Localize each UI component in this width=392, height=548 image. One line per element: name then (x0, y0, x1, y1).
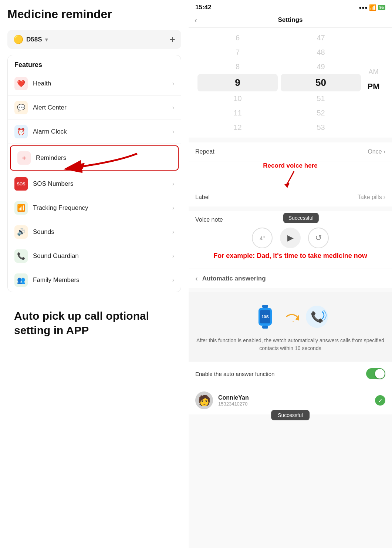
tracking-chevron-icon: › (172, 205, 174, 211)
label-row[interactable]: Label Take pills › (189, 188, 392, 206)
nav-bar: ‹ Settings (189, 13, 392, 28)
add-button[interactable]: + (170, 34, 175, 45)
nav-title: Settings (278, 16, 303, 24)
sidebar-item-tracking[interactable]: 📶 Tracking Frequency › (8, 196, 181, 220)
back-button[interactable]: ‹ (195, 16, 197, 24)
min-53[interactable]: 53 (279, 120, 362, 135)
sidebar-item-family[interactable]: 👥 Family Members › (8, 268, 181, 292)
status-time: 15:42 (195, 4, 211, 11)
device-bar: 🟡 D58S ▾ + (7, 30, 181, 49)
ampm-column[interactable]: AM PM (362, 31, 385, 134)
auto-answer-illustration: 10S → 📞 A (189, 292, 392, 361)
alarm-label: Alarm Clock (33, 128, 67, 135)
svg-text:📞: 📞 (311, 311, 324, 323)
example-annotation: For example: Dad, it's time to take medi… (195, 248, 385, 262)
toggle-knob (375, 369, 385, 379)
watch-icon: 10S (252, 303, 278, 330)
min-48[interactable]: 48 (279, 45, 362, 60)
guardian-icon: 📞 (14, 249, 28, 263)
record-voice-annotation: Record voice here (263, 162, 317, 169)
sidebar-item-guardian[interactable]: 📞 Sound Guardian › (8, 244, 181, 268)
hour-12[interactable]: 12 (196, 120, 279, 135)
hour-8[interactable]: 8 (196, 60, 279, 74)
min-49[interactable]: 49 (279, 60, 362, 74)
repeat-row[interactable]: Repeat Once › (189, 142, 392, 161)
tracking-icon: 📶 (14, 201, 28, 215)
hour-7[interactable]: 7 (196, 45, 279, 60)
contact-name: ConnieYan (218, 394, 249, 401)
health-chevron-icon: › (172, 80, 174, 87)
auto-answer-back-button[interactable]: ‹ (195, 274, 198, 283)
repeat-value: Once › (368, 148, 385, 155)
min-50-selected[interactable]: 50 (281, 74, 361, 91)
reminders-icon: + (17, 151, 31, 165)
family-label: Family Members (33, 276, 80, 284)
guardian-chevron-icon: › (172, 253, 174, 259)
status-icons: ●●● 📶 95 (359, 4, 385, 11)
device-icon: 🟡 (13, 35, 23, 44)
min-47[interactable]: 47 (279, 31, 362, 45)
menu-item-left-guardian: 📞 Sound Guardian (14, 249, 79, 263)
svg-rect-7 (262, 305, 268, 308)
replay-button[interactable]: ↺ (308, 228, 329, 248)
tracking-label: Tracking Frequency (33, 204, 88, 212)
sidebar-item-alert[interactable]: 💬 Alert Center › (8, 96, 181, 120)
am-option[interactable]: AM (362, 65, 385, 79)
features-heading: Features (8, 55, 181, 72)
hour-6[interactable]: 6 (196, 31, 279, 45)
replay-icon: ↺ (315, 233, 322, 243)
menu-item-left-sounds: 🔊 Sounds (14, 225, 54, 239)
phone-call-icon: 📞 (305, 305, 329, 329)
chevron-down-icon: ▾ (45, 37, 48, 43)
right-panel: 15:42 ●●● 📶 95 ‹ Settings 6 7 8 9 10 11 … (189, 0, 392, 548)
sounds-icon: 🔊 (14, 225, 28, 239)
menu-item-left-family: 👥 Family Members (14, 273, 80, 287)
sounds-chevron-icon: › (172, 229, 174, 235)
contact-left: 🧑 ConnieYan 15323410270 (195, 391, 249, 409)
play-button[interactable]: ▶ (280, 228, 301, 248)
hour-9-selected[interactable]: 9 (197, 74, 278, 91)
auto-answer-nav: ‹ Automatic answering (189, 269, 392, 288)
voice-arrow-container (189, 169, 392, 188)
min-52[interactable]: 52 (279, 106, 362, 120)
family-icon: 👥 (14, 273, 28, 287)
sidebar-item-health[interactable]: ❤️ Health › (8, 72, 181, 96)
sidebar-item-alarm[interactable]: ⏰ Alarm Clock › (8, 120, 181, 144)
hour-10[interactable]: 10 (196, 91, 279, 106)
contact-check-icon: ✓ (375, 395, 385, 406)
svg-marker-3 (284, 183, 290, 188)
illustration-icons: 10S → 📞 (252, 303, 329, 330)
minute-column[interactable]: 47 48 49 50 51 52 53 (279, 31, 362, 135)
time-picker[interactable]: 6 7 8 9 10 11 12 47 48 49 50 51 52 53 (189, 28, 392, 138)
label-row-value: Take pills › (358, 194, 385, 201)
menu-item-left-tracking: 📶 Tracking Frequency (14, 201, 88, 215)
play-icon: ▶ (287, 233, 294, 243)
auto-answer-toggle[interactable] (366, 368, 385, 379)
illustration-description: After this function is enabled, the watc… (196, 337, 385, 352)
min-51[interactable]: 51 (279, 91, 362, 106)
menu-item-left-sos: SOS SOS Numbers (14, 177, 74, 191)
hour-11[interactable]: 11 (196, 106, 279, 120)
wifi-icon: 📶 (369, 4, 376, 11)
svg-text:→: → (291, 319, 295, 323)
device-name-container[interactable]: 🟡 D58S ▾ (13, 35, 48, 44)
repeat-chevron-icon: › (383, 148, 385, 155)
left-panel: Medicine reminder 🟡 D58S ▾ + Features ❤️… (0, 0, 189, 548)
settings-section: Repeat Once › Record voice here Label Ta… (189, 142, 392, 206)
contact-row[interactable]: 🧑 ConnieYan 15323410270 ✓ Successful (189, 386, 392, 414)
guardian-label: Sound Guardian (33, 252, 79, 260)
enable-label: Enable the auto answer function (195, 371, 274, 377)
health-icon: ❤️ (14, 77, 28, 90)
page-title: Medicine reminder (7, 7, 181, 21)
menu-item-left-alarm: ⏰ Alarm Clock (14, 125, 67, 138)
pm-option-selected[interactable]: PM (362, 79, 385, 94)
voice-duration: 4'' (252, 228, 273, 248)
record-voice-annotation-container: Record voice here (189, 161, 392, 188)
red-arrow-icon (45, 146, 141, 176)
contact-avatar: 🧑 (195, 391, 213, 409)
label-chevron-icon: › (383, 194, 385, 201)
sidebar-item-sounds[interactable]: 🔊 Sounds › (8, 220, 181, 244)
hour-column[interactable]: 6 7 8 9 10 11 12 (196, 31, 279, 135)
health-label: Health (33, 80, 51, 87)
enable-row: Enable the auto answer function (189, 361, 392, 386)
